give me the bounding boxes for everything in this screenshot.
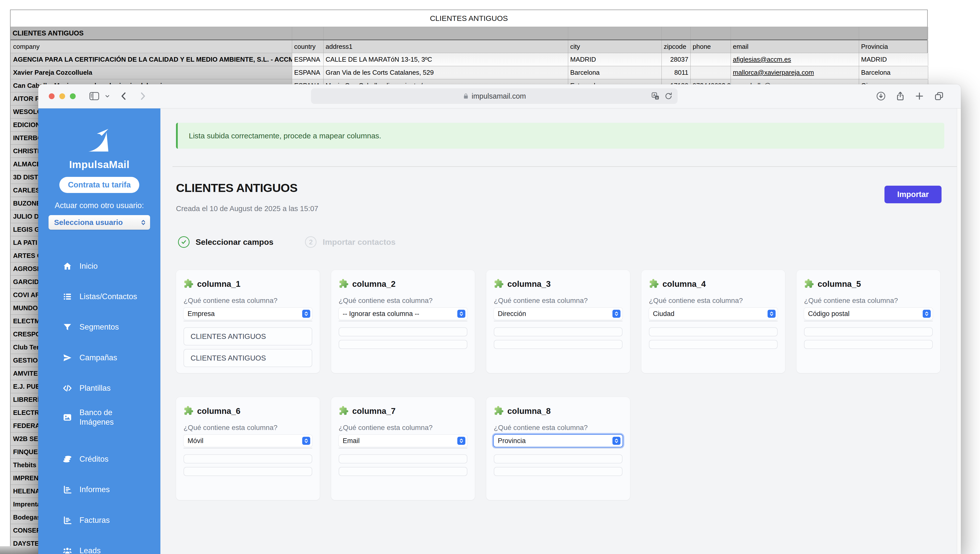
sheet-cell[interactable]: ESPANA: [292, 53, 324, 66]
sheet-cell[interactable]: ESPANA: [292, 66, 324, 79]
step-number: 2: [305, 236, 317, 248]
page-scrollbar[interactable]: [957, 109, 961, 554]
sidebar-item-leads[interactable]: Leads: [62, 543, 100, 554]
sample-value-box: [183, 454, 312, 463]
column-card-columna_5: columna_5¿Qué contiene esta columna?Códi…: [797, 270, 940, 373]
chevron-down-icon[interactable]: [102, 90, 113, 102]
sheet-band-cell[interactable]: [662, 27, 690, 40]
sheet-row: AGENCIA PARA LA CERTIFICACIÓN DE LA CALI…: [11, 53, 927, 66]
page-title: CLIENTES ANTIGUOS: [176, 181, 298, 195]
sheet-band-cell[interactable]: [859, 27, 928, 40]
sample-value-box: [339, 340, 468, 349]
sidebar-item-informes[interactable]: Informes: [62, 482, 110, 498]
sample-value-box: CLIENTES ANTIGUOS: [183, 349, 312, 367]
share-icon[interactable]: [894, 90, 906, 102]
sidebar-item-plantillas[interactable]: Plantillas: [62, 380, 111, 396]
column-type-select[interactable]: Móvil: [183, 435, 312, 447]
bar-chart-icon: [62, 515, 72, 525]
sheet-cell[interactable]: Barcelona: [568, 66, 662, 79]
address-bar[interactable]: impulsamail.com Aa: [311, 88, 678, 104]
paper-plane-icon: [62, 353, 72, 363]
sidebar-item-listas-contactos[interactable]: Listas/Contactos: [62, 289, 137, 305]
sample-values: [804, 327, 933, 349]
column-type-select[interactable]: Email: [339, 435, 468, 447]
sheet-column-header[interactable]: email: [731, 40, 859, 53]
translate-icon[interactable]: Aa: [650, 91, 661, 102]
sheet-cell[interactable]: AGENCIA PARA LA CERTIFICACIÓN DE LA CALI…: [11, 53, 292, 66]
column-type-select[interactable]: Dirección: [494, 308, 622, 320]
sheet-cell[interactable]: CALLE DE LA MARATóN 13-15, 3ºC: [324, 53, 568, 66]
sidebar-item-cr-ditos[interactable]: Créditos: [62, 451, 108, 467]
sheet-cell[interactable]: Barcelona: [859, 66, 928, 79]
sheet-column-header[interactable]: country: [292, 40, 324, 53]
sheet-cell[interactable]: mallorca@xavierpareja.com: [731, 66, 859, 79]
sidebar-toggle-icon[interactable]: [89, 90, 100, 102]
sheet-cell[interactable]: [690, 53, 731, 66]
sheet-cell[interactable]: MADRID: [859, 53, 928, 66]
sheet-band-cell[interactable]: [324, 27, 568, 40]
tab-overview-icon[interactable]: [933, 90, 945, 102]
funnel-icon: [62, 322, 72, 332]
column-type-select[interactable]: Empresa: [183, 308, 312, 320]
downloads-icon[interactable]: [875, 90, 887, 102]
sheet-cell[interactable]: [690, 66, 731, 79]
zoom-window-button[interactable]: [70, 93, 76, 99]
impulsamail-logo-icon: [84, 126, 115, 156]
select-arrows-icon: [457, 310, 465, 318]
sheet-column-header[interactable]: city: [568, 40, 662, 53]
sidebar-item-facturas[interactable]: Facturas: [62, 512, 110, 528]
sheet-column-header[interactable]: Provincia: [859, 40, 928, 53]
sample-value-box: [339, 467, 468, 476]
sidebar-item-label: Créditos: [80, 454, 108, 464]
back-button[interactable]: [118, 90, 130, 102]
select-underline: [339, 321, 468, 321]
column-card-columna_8: columna_8¿Qué contiene esta columna?Prov…: [486, 397, 630, 500]
steps-indicator: Seleccionar campos2Importar contactos: [178, 236, 396, 248]
sheet-column-header[interactable]: phone: [690, 40, 731, 53]
sheet-band-cell[interactable]: [568, 27, 662, 40]
sidebar-item-banco-de-im-genes[interactable]: Banco de Imágenes: [62, 409, 114, 425]
column-card-columna_4: columna_4¿Qué contiene esta columna?Ciud…: [641, 270, 785, 373]
sheet-cell[interactable]: Xavier Pareja Cozcolluela: [11, 66, 292, 79]
sheet-band-cell[interactable]: CLIENTES ANTIGUOS: [11, 27, 292, 40]
sheet-column-header[interactable]: address1: [324, 40, 568, 53]
step-label: Importar contactos: [323, 238, 396, 247]
sheet-band-cell[interactable]: [292, 27, 324, 40]
sidebar-item-label: Listas/Contactos: [80, 292, 137, 302]
app-sidebar: ImpulsaMail Contrata tu tarifa Actuar co…: [38, 109, 161, 554]
sidebar-item-label: Leads: [80, 546, 100, 554]
user-select[interactable]: Selecciona usuario: [49, 215, 150, 230]
code-icon: [62, 383, 72, 393]
sheet-column-header[interactable]: zipcode: [662, 40, 690, 53]
contract-plan-button[interactable]: Contrata tu tarifa: [59, 177, 139, 193]
new-tab-icon[interactable]: [914, 90, 925, 102]
minimize-window-button[interactable]: [59, 93, 65, 99]
sidebar-item-campa-as[interactable]: Campañas: [62, 350, 117, 366]
column-type-select[interactable]: Provincia: [494, 435, 622, 447]
reload-icon[interactable]: [663, 91, 674, 102]
column-question-label: ¿Qué contiene esta columna?: [183, 424, 312, 432]
sidebar-item-label: Plantillas: [80, 383, 111, 393]
sample-value-box: [804, 327, 933, 336]
column-type-select[interactable]: -- Ignorar esta columna --: [339, 308, 468, 320]
sidebar-item-segmentos[interactable]: Segmentos: [62, 319, 119, 335]
sidebar-item-inicio[interactable]: Inicio: [62, 258, 97, 274]
column-type-select[interactable]: Código postal: [804, 308, 933, 320]
sheet-cell[interactable]: 8011: [662, 66, 690, 79]
sheet-cell[interactable]: Gran Via de les Corts Catalanes, 529: [324, 66, 568, 79]
sample-value-box: [183, 467, 312, 476]
column-question-label: ¿Qué contiene esta columna?: [339, 297, 468, 305]
puzzle-icon: [183, 406, 194, 417]
sheet-cell[interactable]: MADRID: [568, 53, 662, 66]
sheet-column-header[interactable]: company: [11, 40, 292, 53]
sheet-band-cell[interactable]: [731, 27, 859, 40]
sheet-cell[interactable]: afiglesias@accm.es: [731, 53, 859, 66]
sample-value-box: [494, 454, 622, 463]
column-type-select[interactable]: Ciudad: [649, 308, 778, 320]
sheet-band-cell[interactable]: [690, 27, 731, 40]
close-window-button[interactable]: [49, 93, 54, 99]
import-button[interactable]: Importar: [885, 186, 942, 203]
forward-button[interactable]: [137, 90, 148, 102]
select-value: Dirección: [498, 310, 612, 318]
sheet-cell[interactable]: 28037: [662, 53, 690, 66]
